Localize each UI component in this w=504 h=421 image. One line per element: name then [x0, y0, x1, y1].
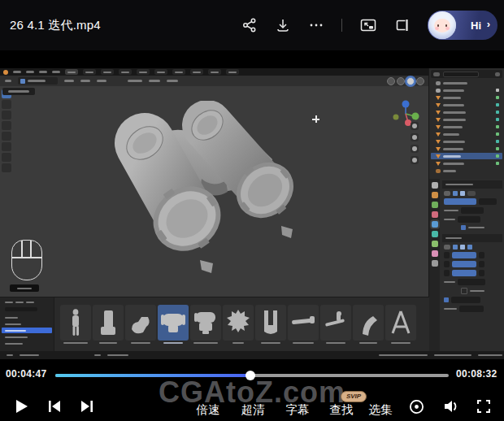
asset-thumb-curve — [353, 305, 384, 341]
topbar-divider — [341, 19, 342, 32]
account-hi-button[interactable]: Hi › — [428, 11, 497, 40]
binoculars-3d-model — [106, 101, 325, 296]
asset-thumb-frame — [385, 305, 416, 341]
play-icon[interactable] — [11, 397, 31, 419]
chevron-right-icon: › — [487, 18, 490, 30]
speed-button[interactable]: 倍速 — [192, 402, 224, 418]
asset-thumb-clamp — [255, 305, 286, 341]
volume-icon[interactable] — [441, 397, 459, 419]
mode-dropdown — [18, 77, 58, 85]
record-icon[interactable] — [408, 398, 425, 419]
progress-fill — [55, 374, 250, 377]
blender-statusbar — [0, 351, 504, 359]
download-icon[interactable] — [275, 17, 291, 33]
asset-thumb-tank2 — [190, 305, 221, 341]
properties-editor — [429, 179, 504, 351]
asset-thumb-figure — [60, 305, 91, 341]
next-icon[interactable] — [78, 397, 96, 419]
share-icon[interactable] — [241, 17, 258, 33]
quality-button[interactable]: 超清 — [237, 402, 269, 418]
progress-bar[interactable] — [55, 374, 449, 377]
video-frame-blender — [0, 68, 504, 359]
pip-icon[interactable] — [359, 17, 377, 33]
viewport-nav-icons — [411, 122, 419, 167]
previous-icon[interactable] — [46, 397, 63, 419]
blender-logo-icon — [3, 70, 8, 75]
blender-right-panel — [428, 68, 504, 351]
total-time: 00:08:32 — [456, 368, 497, 380]
mouse-indicator-label — [10, 284, 39, 292]
topbar-actions: Hi › — [241, 10, 497, 41]
window-topbar: 26 4.1 迭代.mp4 — [0, 0, 504, 50]
properties-tab-strip — [429, 179, 440, 351]
asset-category-selected — [2, 328, 52, 333]
asset-thumb-cylinder — [93, 305, 124, 341]
more-icon[interactable] — [308, 17, 324, 33]
video-cursor-icon — [312, 115, 319, 123]
progress-handle[interactable] — [245, 371, 255, 380]
video-title: 26 4.1 迭代.mp4 — [10, 18, 101, 33]
asset-thumb-rod — [288, 305, 319, 341]
fullscreen-icon[interactable] — [476, 398, 492, 418]
viewport-shading-icons — [387, 77, 424, 85]
avatar — [428, 11, 456, 39]
outliner-header — [431, 70, 502, 78]
episodes-button[interactable]: 选集 — [364, 402, 397, 418]
asset-thumb-tank-selected — [158, 305, 189, 341]
asset-thumb-bracket — [125, 305, 156, 341]
asset-thumb-mech — [223, 305, 254, 341]
subtitles-button[interactable]: 字幕 — [281, 402, 314, 418]
asset-browser-sidebar — [0, 297, 54, 352]
mouse-indicator-overlay — [11, 240, 42, 280]
miniplayer-icon[interactable] — [394, 17, 411, 33]
outliner-selected-row — [431, 153, 502, 159]
svip-badge: SVIP — [341, 391, 367, 402]
video-player: CGAtoZ.com 00:04:47 00:08:32 倍速 超清 字幕 查找… — [0, 50, 504, 421]
viewport-options-overlay — [2, 88, 35, 95]
tool-strip — [2, 89, 12, 174]
find-button[interactable]: 查找 — [325, 402, 358, 418]
asset-thumb-tool — [320, 305, 351, 341]
asset-browser — [0, 297, 429, 352]
hi-label: Hi — [471, 20, 481, 32]
current-time: 00:04:47 — [6, 368, 46, 380]
